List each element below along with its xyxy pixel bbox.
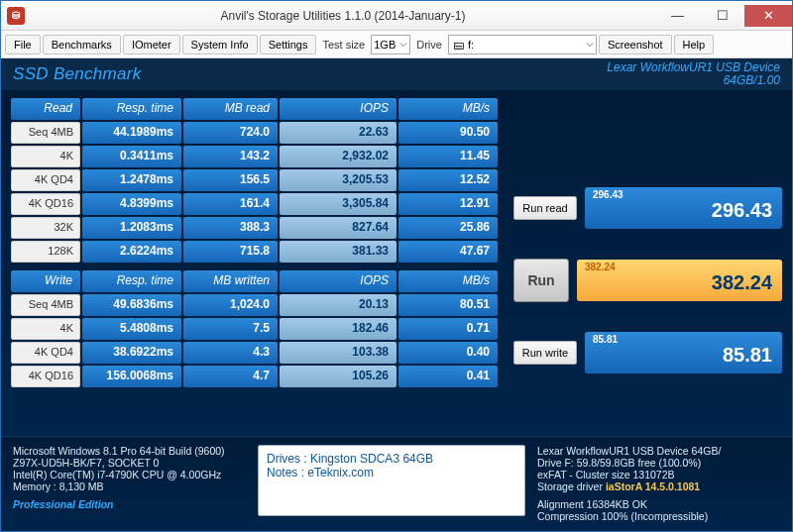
cell-mbs: 0.71	[398, 318, 498, 340]
cell-mb: 388.3	[183, 217, 278, 239]
cell-resp: 156.0068ms	[82, 366, 181, 387]
cell-resp: 1.2478ms	[82, 169, 181, 191]
cell-iops: 20.13	[280, 294, 396, 316]
cell-resp: 49.6836ms	[82, 294, 181, 316]
cell-iops: 381.33	[280, 241, 396, 263]
write-score: 85.81	[595, 344, 772, 367]
read-score-card: 296.43 296.43	[585, 187, 782, 229]
help-button[interactable]: Help	[674, 35, 715, 54]
cell-iops: 3,205.53	[280, 169, 396, 191]
toolbar: File Benchmarks IOmeter System Info Sett…	[1, 31, 792, 58]
close-button[interactable]: ✕	[744, 5, 792, 27]
driver-line: Storage driver iaStorA 14.5.0.1081	[537, 480, 780, 492]
hdr-iops: IOPS	[280, 98, 396, 120]
cell-iops: 827.64	[280, 217, 396, 239]
total-score-card: 382.24 382.24	[577, 260, 782, 301]
write-row: 4K QD16156.0068ms4.7105.260.41	[11, 366, 502, 387]
drive-select[interactable]: 🖴 f:	[448, 35, 597, 54]
run-read-button[interactable]: Run read	[513, 196, 577, 220]
write-row: 4K5.4808ms7.5182.460.71	[11, 318, 502, 340]
window-title: Anvil's Storage Utilities 1.1.0 (2014-Ja…	[31, 9, 655, 23]
cell-mb: 161.4	[183, 193, 278, 215]
iometer-button[interactable]: IOmeter	[123, 35, 180, 54]
write-score-small: 85.81	[593, 334, 618, 345]
edition-label: Professional Edition	[13, 498, 246, 510]
cell-resp: 44.1989ms	[82, 122, 181, 144]
cell-mbs: 80.51	[398, 294, 498, 316]
cell-mb: 156.5	[183, 169, 278, 191]
read-row: 32K1.2083ms388.3827.6425.86	[11, 217, 502, 239]
cell-mb: 1,024.0	[183, 294, 278, 316]
titlebar: ⛁ Anvil's Storage Utilities 1.1.0 (2014-…	[1, 1, 792, 31]
device-name: Lexar WorkflowUR1 USB Device 64GB/1.00	[607, 61, 780, 87]
drive-label: Drive	[412, 39, 446, 51]
cell-mb: 4.3	[183, 342, 278, 364]
cell-iops: 182.46	[280, 318, 396, 340]
run-button[interactable]: Run	[513, 259, 569, 302]
cell-mbs: 25.86	[398, 217, 498, 239]
cell-resp: 4.8399ms	[82, 193, 181, 215]
write-header: Write Resp. time MB written IOPS MB/s	[11, 270, 502, 292]
row-label: 4K	[11, 146, 80, 167]
hdr-mbwritten: MB written	[183, 270, 278, 292]
hdr-resp: Resp. time	[82, 270, 181, 292]
read-header: Read Resp. time MB read IOPS MB/s	[11, 98, 502, 120]
run-write-button[interactable]: Run write	[513, 341, 577, 365]
cell-iops: 103.38	[280, 342, 396, 364]
row-label: 32K	[11, 217, 80, 239]
system-info-button[interactable]: System Info	[182, 35, 258, 54]
minimize-button[interactable]: —	[655, 5, 700, 27]
drive-icon: 🖴	[453, 39, 464, 51]
row-label: 4K QD4	[11, 342, 80, 364]
total-score: 382.24	[587, 271, 772, 294]
total-score-small: 382.24	[585, 262, 616, 272]
read-row: 128K2.6224ms715.8381.3347.67	[11, 241, 502, 263]
app-icon: ⛁	[7, 7, 25, 25]
cell-resp: 2.6224ms	[82, 241, 181, 263]
maximize-button[interactable]: ☐	[700, 5, 744, 27]
write-row: 4K QD438.6922ms4.3103.380.40	[11, 342, 502, 364]
page-title: SSD Benchmark	[13, 64, 142, 84]
notes-box[interactable]: Drives : Kingston SDCA3 64GB Notes : eTe…	[258, 445, 525, 516]
hdr-mbs: MB/s	[398, 98, 498, 120]
cell-mbs: 12.91	[398, 193, 498, 215]
cell-iops: 22.63	[280, 122, 396, 144]
hdr-read: Read	[11, 98, 80, 120]
benchmarks-button[interactable]: Benchmarks	[43, 35, 121, 54]
write-row: Seq 4MB49.6836ms1,024.020.1380.51	[11, 294, 502, 316]
filesystem-line: exFAT - Cluster size 131072B	[537, 469, 780, 480]
row-label: Seq 4MB	[11, 294, 80, 316]
cell-mbs: 90.50	[398, 122, 498, 144]
footer: Microsoft Windows 8.1 Pro 64-bit Build (…	[1, 436, 792, 531]
screenshot-button[interactable]: Screenshot	[599, 35, 672, 54]
read-score-small: 296.43	[593, 189, 623, 200]
cell-iops: 2,932.02	[280, 146, 396, 167]
benchmark-header: SSD Benchmark Lexar WorkflowUR1 USB Devi…	[1, 58, 792, 90]
app-window: ⛁ Anvil's Storage Utilities 1.1.0 (2014-…	[0, 0, 793, 532]
testsize-select[interactable]: 1GB	[371, 35, 410, 54]
row-label: Seq 4MB	[11, 122, 80, 144]
file-button[interactable]: File	[5, 35, 41, 54]
row-label: 4K QD16	[11, 193, 80, 215]
row-label: 4K QD4	[11, 169, 80, 191]
read-row: 4K QD41.2478ms156.53,205.5312.52	[11, 169, 502, 191]
chevron-down-icon	[586, 41, 594, 49]
hdr-write: Write	[11, 270, 80, 292]
cell-iops: 105.26	[280, 366, 396, 387]
read-score: 296.43	[595, 199, 772, 222]
system-info: Microsoft Windows 8.1 Pro 64-bit Build (…	[13, 445, 246, 523]
mobo-line: Z97X-UD5H-BK/F7, SOCKET 0	[13, 457, 246, 469]
notes-drives: Drives : Kingston SDCA3 64GB	[267, 452, 516, 466]
row-label: 128K	[11, 241, 80, 263]
device-line2: 64GB/1.00	[607, 74, 780, 87]
cell-mb: 143.2	[183, 146, 278, 167]
hdr-resp: Resp. time	[82, 98, 181, 120]
testsize-value: 1GB	[374, 39, 396, 51]
drive-free-line: Drive F: 59.8/59.8GB free (100.0%)	[537, 457, 780, 469]
results-tables: Read Resp. time MB read IOPS MB/s Seq 4M…	[11, 98, 502, 428]
settings-button[interactable]: Settings	[260, 35, 317, 54]
drive-info: Lexar WorkflowUR1 USB Device 64GB/ Drive…	[537, 445, 780, 523]
read-row: 4K0.3411ms143.22,932.0211.45	[11, 146, 502, 167]
compression-line: Compression 100% (Incompressible)	[537, 510, 780, 522]
cell-mb: 4.7	[183, 366, 278, 387]
